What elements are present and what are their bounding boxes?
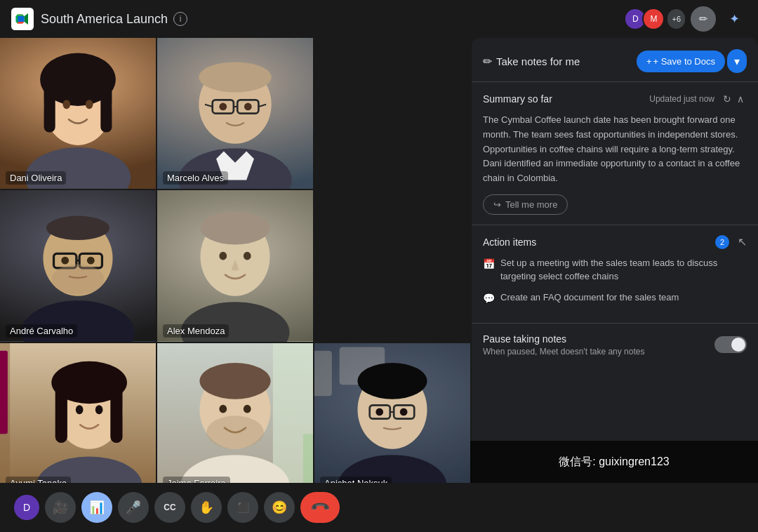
self-avatar-initial: D <box>23 502 30 513</box>
svg-rect-51 <box>110 383 122 443</box>
sparkle-button[interactable]: ✦ <box>722 6 747 32</box>
summary-section: Summary so far Updated just now ↻ ∧ The … <box>472 82 758 225</box>
svg-rect-47 <box>0 350 8 433</box>
refresh-summary-button[interactable]: ↻ <box>720 92 734 106</box>
svg-point-52 <box>76 405 84 414</box>
summary-text: The Cymbal Coffee launch date has been b… <box>483 113 747 186</box>
end-call-button[interactable]: 📞 <box>300 492 340 523</box>
participant-name-dani: Dani Oliveira <box>6 171 66 185</box>
svg-point-30 <box>87 257 95 265</box>
raise-hand-button[interactable]: ✋ <box>191 492 222 523</box>
pause-section: Pause taking notes When paused, Meet doe… <box>472 324 758 366</box>
participant-avatars[interactable]: D M +6 <box>624 8 685 30</box>
svg-point-60 <box>199 363 270 399</box>
participant-name-andre: André Carvalho <box>6 324 77 338</box>
camera-button[interactable]: 🎥 <box>45 492 76 523</box>
svg-point-31 <box>51 265 104 295</box>
video-tile-andre: André Carvalho <box>0 190 156 341</box>
action-item-1: 📅 Set up a meeting with the sales team l… <box>483 256 747 284</box>
google-meet-logo <box>11 8 34 30</box>
summary-header: Summary so far Updated just now ↻ ∧ <box>483 92 747 106</box>
video-tile-marcelo: Marcelo Alves <box>157 38 313 189</box>
present-icon: ⬛ <box>237 502 249 513</box>
svg-point-76 <box>400 408 408 415</box>
cursor-icon: ↖ <box>738 235 747 248</box>
reply-icon: ↪ <box>493 199 501 210</box>
action-items-section: Action items 2 ↖ 📅 Set up a meeting with… <box>472 225 758 324</box>
video-tile-apichat: Apichat Naksuk <box>314 343 470 494</box>
pause-toggle[interactable] <box>714 336 747 353</box>
svg-point-7 <box>62 100 70 109</box>
sparkle-icon: ✦ <box>729 11 740 27</box>
chat-icon: 💬 <box>483 291 495 306</box>
self-avatar: D <box>14 495 39 520</box>
microphone-button[interactable]: 🎤 <box>118 492 149 523</box>
svg-point-13 <box>199 62 271 92</box>
emoji-button[interactable]: 😊 <box>264 492 295 523</box>
info-button[interactable]: i <box>173 12 187 26</box>
microphone-icon: 🎤 <box>126 500 141 515</box>
notes-panel-header: ✏ Take notes for me + + Save to Docs ▾ <box>472 38 758 82</box>
save-docs-label: + Save to Docs <box>653 56 715 67</box>
svg-rect-68 <box>314 350 332 396</box>
pencil-icon: ✏ <box>483 55 492 68</box>
video-grid: Dani Oliveira <box>0 38 470 494</box>
avatar-2: M <box>642 8 665 30</box>
action-items-header: Action items 2 ↖ <box>483 235 747 249</box>
action-items-badge: 2 <box>715 235 729 249</box>
edit-button[interactable]: ✏ <box>691 6 716 32</box>
watermark: 微信号: guixingren123 <box>470 441 758 483</box>
svg-point-62 <box>219 404 227 413</box>
svg-point-71 <box>357 363 427 399</box>
svg-point-63 <box>244 404 251 413</box>
calendar-icon: 📅 <box>483 257 495 272</box>
svg-rect-6 <box>100 79 112 132</box>
svg-point-25 <box>46 216 109 240</box>
svg-point-19 <box>219 103 227 111</box>
collapse-summary-button[interactable]: ∧ <box>734 92 747 106</box>
svg-point-53 <box>95 405 103 414</box>
pause-text-group: Pause taking notes When paused, Meet doe… <box>483 333 714 357</box>
tell-me-more-button[interactable]: ↪ Tell me more <box>483 194 568 215</box>
svg-point-29 <box>61 257 69 265</box>
svg-rect-50 <box>55 383 67 443</box>
captions-button[interactable]: CC <box>154 492 185 523</box>
notes-title-text: Take notes for me <box>496 55 580 67</box>
participant-name-marcelo: Marcelo Alves <box>163 171 228 185</box>
video-tile-alex: Alex Mendoza <box>157 190 313 341</box>
action-item-2: 💬 Create an FAQ document for the sales t… <box>483 291 747 306</box>
svg-point-36 <box>200 211 270 244</box>
video-tile-ayumi: Ayumi Tanaka <box>0 343 156 494</box>
chevron-down-icon: ▾ <box>734 55 740 68</box>
info-icon-symbol: i <box>180 14 182 24</box>
meeting-title: South America Launch <box>41 12 168 27</box>
top-bar-right: D M +6 ✏ ✦ <box>624 6 747 32</box>
camera-icon: 🎥 <box>53 500 68 515</box>
emoji-icon: 😊 <box>272 500 287 515</box>
pause-title: Pause taking notes <box>483 333 714 345</box>
notes-panel-title: ✏ Take notes for me <box>483 55 637 68</box>
pause-subtitle: When paused, Meet doesn't take any notes <box>483 347 714 357</box>
toggle-knob <box>731 338 745 352</box>
summary-updated: Updated just now <box>649 94 714 104</box>
tell-more-label: Tell me more <box>505 199 557 210</box>
chart-icon: 📊 <box>89 500 105 515</box>
action-item-1-text: Set up a meeting with the sales team lea… <box>500 256 747 284</box>
summary-title: Summary so far <box>483 93 649 105</box>
save-to-docs-button[interactable]: + + Save to Docs <box>637 51 725 72</box>
svg-point-38 <box>244 252 251 260</box>
svg-point-37 <box>219 252 227 260</box>
top-bar: South America Launch i D M +6 ✏ ✦ <box>0 0 758 38</box>
plus-icon: + <box>646 56 652 67</box>
visualize-button[interactable]: 📊 <box>81 492 112 523</box>
present-button[interactable]: ⬛ <box>227 492 258 523</box>
video-tile-dani: Dani Oliveira <box>0 38 156 189</box>
watermark-text: 微信号: guixingren123 <box>559 455 669 470</box>
avatar-count[interactable]: +6 <box>667 9 685 29</box>
hand-icon: ✋ <box>199 500 214 515</box>
video-tile-jaime: Jaime Ferreira <box>157 343 313 494</box>
svg-point-20 <box>244 103 252 111</box>
save-docs-dropdown-button[interactable]: ▾ <box>727 49 747 73</box>
edit-icon: ✏ <box>699 13 708 25</box>
svg-point-75 <box>375 408 383 415</box>
